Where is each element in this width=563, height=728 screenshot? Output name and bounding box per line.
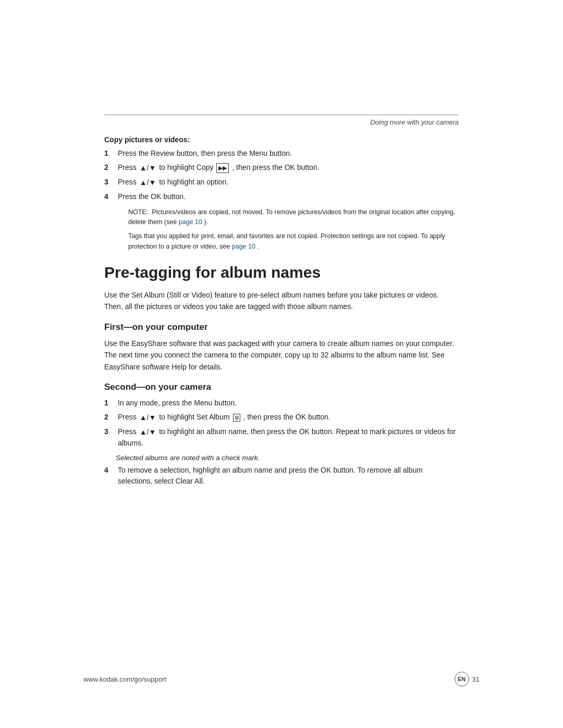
step2-before: Press — [118, 163, 137, 171]
second-step2-middle: to highlight Set Album — [159, 413, 229, 421]
second-step2-before: Press — [118, 413, 137, 421]
second-step-1: 1 In any mode, press the Menu button. — [104, 398, 459, 409]
second-step-content-3: Press ▲/▼ to highlight an album name, th… — [118, 426, 459, 449]
second-steps-list: 1 In any mode, press the Menu button. 2 … — [104, 398, 459, 449]
note-line-2: Tags that you applied for print, email, … — [128, 231, 459, 252]
copy-icon: ▶▶ — [216, 163, 229, 173]
second-step3-after: to highlight an album name, then press t… — [118, 427, 456, 447]
step-num-1: 1 — [104, 148, 115, 159]
pretagging-section: Pre-tagging for album names Use the Set … — [104, 263, 459, 487]
up-down-arrows-3: ▲/▼ — [140, 412, 156, 423]
step2-middle: to highlight Copy — [159, 163, 213, 171]
step2-after: , then press the OK button. — [232, 163, 319, 171]
first-subsection: First—on your computer Use the EasyShare… — [104, 322, 459, 373]
italic-note: Selected albums are noted with a check m… — [116, 454, 459, 462]
second-step2-after: , then press the OK button. — [243, 413, 330, 421]
second-step-content-2: Press ▲/▼ to highlight Set Album ⊞ , the… — [118, 412, 331, 423]
step-text-4: Press the OK button. — [118, 191, 186, 202]
copy-step-2: 2 Press ▲/▼ to highlight Copy ▶▶ , then … — [104, 162, 459, 174]
first-subsection-title: First—on your computer — [104, 322, 459, 332]
second-step-2: 2 Press ▲/▼ to highlight Set Album ⊞ , t… — [104, 412, 459, 423]
up-down-arrows-2: ▲/▼ — [140, 177, 156, 188]
copy-steps-list: 1 Press the Review button, then press th… — [104, 148, 459, 202]
second-step-num-2: 2 — [104, 412, 115, 423]
second-step-num-1: 1 — [104, 398, 115, 409]
second-step-text-1: In any mode, press the Menu button. — [118, 398, 237, 409]
second-step-num-3: 3 — [104, 426, 115, 449]
second-subsection: Second—on your camera 1 In any mode, pre… — [104, 382, 459, 487]
page-header: Doing more with your camera — [104, 115, 459, 126]
note-text1-end: ). — [204, 218, 208, 226]
note-label: NOTE: — [128, 208, 152, 216]
second-step3-before: Press — [118, 427, 137, 436]
note-link2[interactable]: page 10 — [232, 243, 255, 250]
second-step-3: 3 Press ▲/▼ to highlight an album name, … — [104, 426, 459, 449]
step-num-4: 4 — [104, 191, 115, 202]
second-step-num-4: 4 — [104, 465, 115, 487]
step-content-3: Press ▲/▼ to highlight an option. — [118, 177, 228, 188]
copy-note: NOTE: Pictures/videos are copied, not mo… — [104, 207, 459, 252]
chapter-title: Pre-tagging for album names — [104, 263, 459, 282]
note-line-1: NOTE: Pictures/videos are copied, not mo… — [128, 207, 459, 228]
step3-before: Press — [118, 178, 137, 186]
copy-heading: Copy pictures or videos: — [104, 135, 459, 144]
second-step-text-4: To remove a selection, highlight an albu… — [118, 465, 459, 487]
second-subsection-title: Second—on your camera — [104, 382, 459, 392]
note-text1: Pictures/videos are copied, not moved. T… — [128, 208, 455, 226]
header-text: Doing more with your camera — [370, 118, 459, 126]
page: Doing more with your camera Copy picture… — [0, 0, 563, 728]
footer-url: www.kodak.com/go/support — [83, 675, 166, 683]
pretagging-intro: Use the Set Album (Still or Video) featu… — [104, 289, 459, 313]
set-album-icon: ⊞ — [233, 414, 240, 422]
page-number: 31 — [472, 675, 480, 683]
copy-step-3: 3 Press ▲/▼ to highlight an option. — [104, 177, 459, 188]
step-content-2: Press ▲/▼ to highlight Copy ▶▶ , then pr… — [118, 162, 320, 174]
second-step-4: 4 To remove a selection, highlight an al… — [104, 465, 459, 487]
lang-badge: EN — [455, 672, 469, 686]
footer-right: EN 31 — [455, 672, 480, 686]
step3-after: to highlight an option. — [159, 178, 228, 186]
first-subsection-text: Use the EasyShare software that was pack… — [104, 338, 459, 373]
step-text-1: Press the Review button, then press the … — [118, 148, 292, 159]
note-link1[interactable]: page 10 — [179, 218, 202, 226]
copy-section: Copy pictures or videos: 1 Press the Rev… — [104, 135, 459, 252]
content-area: Doing more with your camera Copy picture… — [83, 0, 480, 554]
step-num-2: 2 — [104, 162, 115, 174]
step-num-3: 3 — [104, 177, 115, 188]
note-text2: Tags that you applied for print, email, … — [128, 232, 445, 250]
up-down-arrows-1: ▲/▼ — [140, 163, 156, 174]
second-step4-list: 4 To remove a selection, highlight an al… — [104, 465, 459, 487]
copy-step-4: 4 Press the OK button. — [104, 191, 459, 202]
note-text2-end: . — [257, 243, 259, 250]
copy-step-1: 1 Press the Review button, then press th… — [104, 148, 459, 159]
up-down-arrows-4: ▲/▼ — [140, 427, 156, 438]
page-footer: www.kodak.com/go/support EN 31 — [0, 672, 563, 686]
